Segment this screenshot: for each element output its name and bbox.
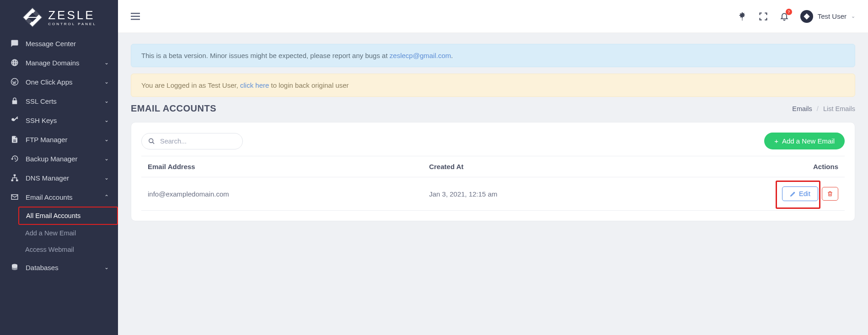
notification-badge: ? [786,9,792,15]
svg-rect-8 [11,180,14,181]
lock-icon [10,97,19,105]
svg-point-6 [11,79,18,85]
sitemap-icon [10,174,19,182]
sidebar-item-one-click-apps[interactable]: One Click Apps ⌄ [0,72,118,91]
beta-alert: This is a beta version. Minor issues mig… [131,44,855,67]
globe-icon [10,58,19,67]
main: ? Test User ⌄ This is a beta version. Mi… [118,0,868,335]
history-icon [10,154,19,163]
chevron-down-icon: ⌄ [104,98,109,104]
sidebar-item-label: DNS Manager [26,174,69,182]
sidebar-item-ftp-manager[interactable]: FTP Manager ⌄ [0,130,118,149]
svg-line-16 [152,142,154,144]
edit-button-label: Edit [799,190,810,197]
add-button-label: Add a New Email [782,137,835,145]
brand-name: ZESLE [48,9,95,21]
brand-logo[interactable]: ZESLE CONTROL PANEL [0,0,118,34]
page-header: EMAIL ACCOUNTS Emails / List Emails [131,103,855,114]
alert-text: This is a beta version. Minor issues mig… [141,52,390,59]
sidebar-item-ssh-keys[interactable]: SSH Keys ⌄ [0,111,118,130]
cell-email: info@exampledomain.com [141,177,423,211]
svg-marker-14 [804,13,809,19]
topbar: ? Test User ⌄ [118,0,868,33]
svg-rect-12 [131,16,140,17]
envelope-icon [10,193,19,201]
chevron-down-icon: ⌄ [104,264,109,271]
alert-text-post: . [451,52,453,59]
alert-text: You are Logged in as Test User, [141,81,240,89]
delete-button[interactable] [822,187,838,201]
table-header-row: Email Address Created At Actions [141,156,845,177]
sidebar-subitem-label: All Email Accounts [26,212,80,219]
chevron-down-icon: ⌄ [851,13,855,19]
alert-text-post: to login back original user [269,81,348,89]
edit-button[interactable]: Edit [782,186,818,201]
pencil-icon [790,191,796,197]
search-wrap [141,133,243,149]
card-toolbar: + Add a New Email [141,133,845,149]
chevron-down-icon: ⌄ [104,175,109,181]
breadcrumb-root[interactable]: Emails [792,105,812,112]
chevron-down-icon: ⌄ [104,155,109,162]
svg-rect-7 [14,175,16,176]
sidebar-item-label: Message Center [26,40,76,48]
email-table: Email Address Created At Actions info@ex… [141,156,845,211]
notification-icon[interactable]: ? [779,11,789,21]
plus-icon: + [774,137,778,145]
chevron-down-icon: ⌄ [104,79,109,85]
sidebar-subitem-add-new-email[interactable]: Add a New Email [18,225,118,241]
user-name-label: Test User [818,12,847,20]
menu-toggle-icon[interactable] [131,13,140,20]
leaf-icon[interactable] [737,11,747,21]
chevron-up-icon: ⌃ [104,194,109,200]
sidebar-item-label: Backup Manager [26,155,77,163]
sidebar-item-message-center[interactable]: Message Center [0,34,118,53]
email-accounts-card: + Add a New Email Email Address Created … [131,122,855,221]
sidebar-subitem-access-webmail[interactable]: Access Webmail [18,241,118,258]
sidebar-nav: Message Center Manage Domains ⌄ One Clic… [0,34,118,282]
breadcrumb: Emails / List Emails [792,105,855,112]
user-menu[interactable]: Test User ⌄ [800,10,855,23]
sidebar-item-backup-manager[interactable]: Backup Manager ⌄ [0,149,118,168]
login-alert: You are Logged in as Test User, click he… [131,74,855,97]
sidebar-item-dns-manager[interactable]: DNS Manager ⌄ [0,168,118,187]
key-icon [10,116,19,124]
file-icon [10,135,19,144]
alert-login-link[interactable]: click here [240,81,269,89]
sidebar-item-label: SSH Keys [26,117,57,124]
database-icon [10,263,19,271]
avatar-icon [800,10,813,23]
col-actions: Actions [704,156,845,177]
brand-subtitle: CONTROL PANEL [48,22,96,26]
sidebar-item-email-accounts[interactable]: Email Accounts ⌃ [0,187,118,207]
sidebar-item-label: Email Accounts [26,193,73,201]
alert-email-link[interactable]: zeslecp@gmail.com [390,52,451,59]
svg-rect-13 [131,19,140,20]
sidebar-item-label: SSL Certs [26,97,57,105]
page-title: EMAIL ACCOUNTS [131,103,216,114]
add-email-button[interactable]: + Add a New Email [764,133,845,149]
wordpress-icon [10,78,19,86]
sidebar-submenu-email: All Email Accounts Add a New Email Acces… [0,207,118,258]
sidebar: ZESLE CONTROL PANEL Message Center Manag… [0,0,118,335]
fullscreen-icon[interactable] [758,11,768,21]
sidebar-item-ssl-certs[interactable]: SSL Certs ⌄ [0,91,118,111]
breadcrumb-separator: / [817,105,819,112]
sidebar-subitem-all-email-accounts[interactable]: All Email Accounts [18,207,118,225]
sidebar-item-label: FTP Manager [26,136,67,144]
sidebar-item-label: One Click Apps [26,78,73,86]
chevron-down-icon: ⌄ [104,117,109,123]
sidebar-item-label: Databases [26,264,59,271]
chevron-down-icon: ⌄ [104,59,109,66]
sidebar-item-manage-domains[interactable]: Manage Domains ⌄ [0,53,118,72]
chevron-down-icon: ⌄ [104,136,109,143]
search-input[interactable] [141,133,243,149]
col-email: Email Address [141,156,423,177]
svg-rect-9 [16,180,18,181]
content-area: This is a beta version. Minor issues mig… [118,33,868,335]
sidebar-item-label: Manage Domains [26,59,80,67]
sidebar-item-databases[interactable]: Databases ⌄ [0,258,118,277]
sidebar-subitem-label: Access Webmail [25,246,74,253]
breadcrumb-current: List Emails [823,105,855,112]
table-row: info@exampledomain.com Jan 3, 2021, 12:1… [141,177,845,211]
